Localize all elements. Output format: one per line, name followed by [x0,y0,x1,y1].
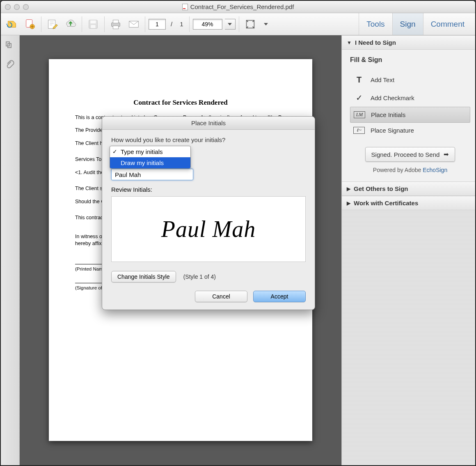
powered-by-label: Powered by Adobe EchoSign [350,167,470,173]
cancel-button[interactable]: Cancel [195,291,247,302]
svg-rect-4 [90,20,96,23]
section-get-others[interactable]: ▶ Get Others to Sign [342,181,475,196]
accept-button[interactable]: Accept [253,291,306,302]
page-separator: / [171,21,172,28]
fill-sign-heading: Fill & Sign [350,56,470,64]
convert-pdf-button[interactable] [4,16,20,32]
page-total: 1 [180,21,183,28]
add-text-item[interactable]: T Add Text [350,71,470,89]
create-pdf-button[interactable] [22,16,38,32]
titlebar: Contract_For_Services_Rendered.pdf [1,1,475,13]
email-button[interactable] [126,16,142,32]
dialog-prompt: How would you like to create your initia… [111,136,306,143]
dropdown-menu: ✓ Type my initials Draw my initials [110,146,191,169]
fill-sign-body: Fill & Sign T Add Text ✓ Add Checkmark L… [342,50,475,181]
style-count-label: (Style 1 of 4) [183,273,216,280]
option-type-initials[interactable]: ✓ Type my initials [110,146,190,157]
add-checkmark-item[interactable]: ✓ Add Checkmark [350,89,470,107]
fit-page-button[interactable] [243,16,258,32]
panel-empty-area [342,210,475,465]
edit-button[interactable] [45,16,60,32]
dialog-title: Place Initials [102,117,315,130]
review-label: Review Initials: [111,186,306,193]
section-certificates[interactable]: ▶ Work with Certificates [342,196,475,210]
svg-rect-7 [113,20,118,23]
option-draw-initials[interactable]: Draw my initials [110,157,190,168]
document-heading: Contract for Services Rendered [75,98,286,108]
text-icon: T [353,75,365,85]
toolbar-separator [145,16,145,32]
sign-panel: ▼ I Need to Sign Fill & Sign T Add Text … [341,35,475,465]
zoom-dropdown-button[interactable] [225,19,236,30]
page-number-input[interactable] [149,19,166,30]
section-i-need-to-sign[interactable]: ▼ I Need to Sign [342,35,475,50]
signature-icon: ℓ~ [353,127,365,134]
left-sidebar [1,35,20,465]
tab-comment[interactable]: Comment [423,13,472,35]
svg-rect-5 [91,25,95,28]
save-button[interactable] [85,16,101,32]
checkmark-icon: ✓ [353,93,365,103]
place-signature-item[interactable]: ℓ~ Place Signature [350,123,470,138]
pdf-file-icon [182,4,188,10]
toolbar-separator [41,16,41,32]
upload-button[interactable] [63,16,78,32]
attachments-icon[interactable] [5,60,15,70]
window-title: Contract_For_Services_Rendered.pdf [1,3,475,10]
initials-icon: LM [354,111,365,118]
toolbar-separator [104,16,105,32]
svg-rect-8 [113,25,118,29]
tab-tools[interactable]: Tools [359,13,392,35]
toolbar-separator [189,16,190,32]
print-button[interactable] [108,16,124,32]
check-icon: ✓ [112,148,117,155]
thumbnails-icon[interactable] [5,41,15,51]
echosign-link[interactable]: EchoSign [423,167,447,173]
right-tabs: Tools Sign Comment [359,13,472,35]
triangle-right-icon: ▶ [347,200,350,206]
triangle-right-icon: ▶ [347,186,350,192]
main-toolbar: / 1 Tools Sign Comment [1,13,475,35]
zoom-input[interactable] [193,19,222,30]
toolbar-separator [82,16,82,32]
chevron-down-icon [264,23,268,25]
tab-sign[interactable]: Sign [392,13,423,35]
proceed-to-send-button[interactable]: Signed. Proceed to Send ➡ [365,147,455,162]
initials-name-input[interactable] [111,169,193,180]
triangle-down-icon: ▼ [347,40,352,46]
toolbar-separator [239,16,239,32]
preview-signature-text: Paul Mah [161,216,256,242]
change-style-button[interactable]: Change Initials Style [111,271,176,282]
initials-preview: Paul Mah [111,196,306,262]
arrow-right-icon: ➡ [444,151,449,158]
chevron-down-icon [228,23,232,25]
place-initials-dialog: Place Initials How would you like to cre… [102,116,315,310]
view-menu-button[interactable] [261,19,271,30]
place-initials-item[interactable]: LM Place Initials [350,107,470,123]
